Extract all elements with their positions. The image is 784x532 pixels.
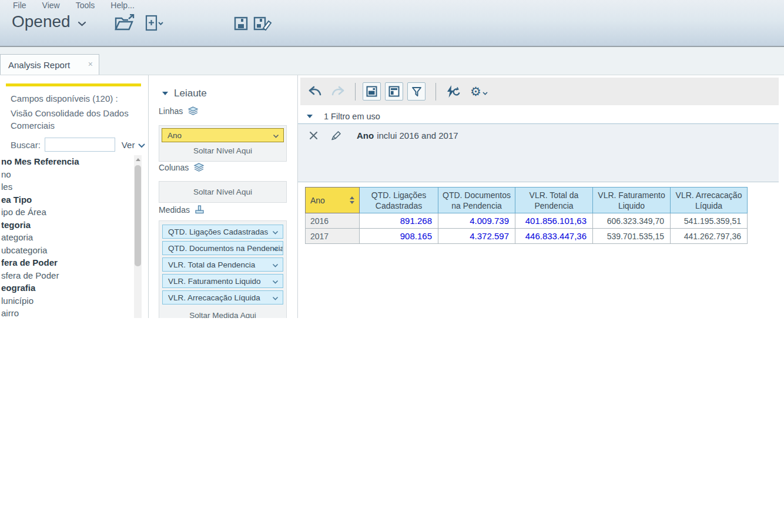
menu-view[interactable]: View — [42, 0, 60, 11]
top-toolbar: File View Tools Help... Opened — [0, 0, 784, 47]
save-as-icon[interactable] — [253, 16, 272, 31]
view-dropdown[interactable]: Ver — [122, 140, 146, 150]
value-cell[interactable]: 908.165 — [360, 229, 438, 244]
undo-icon[interactable] — [308, 86, 322, 97]
measures-dropzone[interactable]: QTD. Ligações Cadastradas QTD. Documento… — [159, 220, 287, 318]
value-cell[interactable]: 4.009.739 — [438, 213, 515, 229]
sort-icon[interactable] — [350, 196, 354, 204]
chevron-down-icon — [483, 92, 488, 95]
field-list-item[interactable]: ipo de Área — [0, 206, 133, 219]
close-icon[interactable]: × — [88, 59, 93, 69]
chevron-down-icon — [78, 21, 86, 26]
available-fields-panel: Campos disponíveis (120) : Visão Consoli… — [0, 75, 149, 318]
column-header[interactable]: VLR. Total da Pendencia — [515, 188, 593, 213]
analyzer-app: File View Tools Help... Opened — [0, 0, 784, 532]
chevron-down-icon[interactable] — [272, 230, 279, 235]
field-list-item[interactable]: fera de Poder — [0, 256, 133, 269]
measures-section-label: Medidas — [159, 205, 205, 215]
field-list-item[interactable]: ategoria — [0, 231, 133, 244]
filter-condition: inclui 2016 and 2017 — [377, 131, 458, 140]
field-list-item[interactable]: no Mes Referencia — [0, 155, 133, 168]
field-list-item[interactable]: les — [0, 180, 133, 193]
columns-dropzone[interactable]: Soltar Nível Aqui — [159, 181, 287, 203]
row-level-label: Ano — [167, 131, 182, 140]
rows-dropzone[interactable]: Ano Soltar Nível Aqui — [159, 125, 287, 162]
rows-dropzone-hint: Soltar Nível Aqui — [162, 142, 284, 160]
field-list-item[interactable]: ubcategoria — [0, 244, 133, 257]
tab-label: Analysis Report — [8, 60, 70, 70]
row-header-cell[interactable]: 2016 — [306, 213, 360, 229]
field-list-item[interactable]: ea Tipo — [0, 193, 133, 206]
field-list-item[interactable]: lunicípio — [0, 295, 133, 307]
value-cell[interactable]: 891.268 — [360, 213, 438, 229]
menubar: File View Tools Help... — [13, 0, 135, 11]
field-list-item[interactable]: sfera de Poder — [0, 269, 133, 282]
filter-summary-label: 1 Filtro em uso — [324, 112, 380, 121]
auto-refresh-icon[interactable] — [445, 85, 461, 98]
value-cell[interactable]: 446.833.447,36 — [515, 229, 593, 244]
measure-label: VLR. Arrecacação Líquida — [168, 293, 260, 302]
value-cell: 539.701.535,15 — [593, 229, 671, 244]
fields-count-label: Campos disponíveis (120) : — [11, 92, 135, 105]
tab-analysis-report[interactable]: Analysis Report × — [0, 54, 99, 75]
layout-section-header[interactable]: Leiaute — [162, 88, 207, 99]
table-view-button[interactable] — [385, 82, 403, 101]
measure-label: QTD. Documentos na Pendencia — [168, 244, 283, 253]
pivot-table: Ano QTD. Ligações Cadastradas QTD. Docum… — [305, 187, 748, 244]
column-header[interactable]: VLR. Arrecacação Líquida — [671, 188, 748, 213]
chevron-down-icon[interactable] — [272, 263, 279, 267]
field-list-item[interactable]: eografia — [0, 282, 133, 295]
edit-filter-icon[interactable] — [331, 130, 342, 140]
scrollbar-up-arrow[interactable] — [134, 155, 142, 163]
redo-icon[interactable] — [331, 86, 345, 97]
gear-glyph: ⚙ — [470, 85, 481, 98]
chevron-down-icon[interactable] — [273, 134, 279, 138]
measure-label: VLR. Faturamento Liquido — [168, 277, 261, 286]
row-header-cell[interactable]: 2017 — [306, 229, 360, 244]
field-list-item[interactable]: airro — [0, 307, 133, 318]
row-level-chip-ano[interactable]: Ano — [162, 128, 284, 142]
menu-help[interactable]: Help... — [110, 0, 134, 11]
measure-chip[interactable]: VLR. Faturamento Liquido — [162, 274, 283, 288]
accent-bar — [6, 83, 141, 86]
measure-chip[interactable]: QTD. Ligações Cadastradas — [162, 225, 283, 239]
field-list-scrollbar[interactable] — [134, 155, 142, 318]
measure-label: VLR. Total da Pendencia — [168, 260, 255, 269]
measure-tool-icon — [195, 205, 205, 215]
scrollbar-thumb[interactable] — [135, 165, 141, 266]
measure-chip[interactable]: QTD. Documentos na Pendencia — [162, 241, 283, 255]
chevron-down-icon[interactable] — [272, 296, 279, 300]
remove-filter-icon[interactable] — [309, 131, 318, 140]
value-cell: 606.323.349,70 — [593, 213, 671, 229]
chevron-down-icon — [138, 143, 145, 148]
filter-button[interactable] — [407, 82, 425, 101]
chevron-down-icon[interactable] — [272, 247, 279, 251]
opened-dropdown[interactable]: Opened — [12, 12, 86, 31]
columns-section-label: Colunas — [159, 163, 205, 172]
column-header[interactable]: QTD. Ligações Cadastradas — [360, 188, 438, 213]
settings-gear-icon[interactable]: ⚙ — [470, 85, 488, 98]
measure-chip[interactable]: VLR. Total da Pendencia — [162, 257, 283, 272]
column-header-ano[interactable]: Ano — [306, 188, 360, 213]
report-toolbar: ⚙ — [300, 78, 779, 105]
chevron-down-icon[interactable] — [272, 280, 279, 284]
menu-tools[interactable]: Tools — [76, 0, 95, 11]
save-icon[interactable] — [234, 16, 248, 31]
column-header[interactable]: VLR. Faturamento Liquido — [593, 188, 671, 213]
search-input[interactable] — [45, 138, 115, 152]
menu-file[interactable]: File — [13, 0, 26, 11]
table-row: 2017 908.165 4.372.597 446.833.447,36 53… — [306, 229, 748, 244]
open-report-icon[interactable] — [114, 14, 135, 32]
layout-title: Leiaute — [174, 88, 207, 99]
filter-row: Ano inclui 2016 and 2017 — [298, 124, 779, 140]
filter-summary-row[interactable]: 1 Filtro em uso — [307, 112, 380, 121]
toggle-panel-button[interactable] — [363, 82, 381, 101]
measure-chip[interactable]: VLR. Arrecacação Líquida — [162, 290, 283, 305]
value-cell[interactable]: 4.372.597 — [438, 229, 515, 244]
value-cell[interactable]: 401.856.101,63 — [515, 213, 593, 229]
new-report-icon[interactable] — [145, 15, 164, 31]
field-list-item[interactable]: tegoria — [0, 219, 133, 232]
filter-field-name: Ano — [357, 131, 374, 140]
column-header[interactable]: QTD. Documentos na Pendencia — [438, 188, 515, 213]
field-list-item[interactable]: no — [0, 168, 133, 181]
